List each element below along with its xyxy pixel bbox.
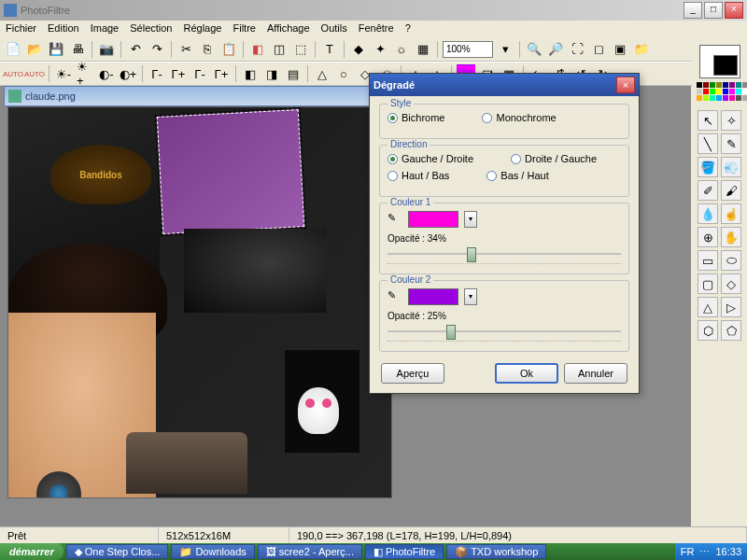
line-tool[interactable]: ╲ xyxy=(698,133,718,154)
color1-swatch[interactable] xyxy=(408,211,458,228)
menu-selection[interactable]: Sélection xyxy=(130,22,172,35)
auto-levels-icon[interactable]: AUTO xyxy=(4,64,22,83)
scroll-tool[interactable]: ✋ xyxy=(721,227,741,247)
menu-adjust[interactable]: Réglage xyxy=(184,22,222,35)
radio-rl[interactable]: Droite / Gauche xyxy=(511,153,597,164)
polygon-tool[interactable]: ⬠ xyxy=(721,320,741,341)
new-icon[interactable]: 📄 xyxy=(4,40,22,59)
zoom-actual-icon[interactable]: ◻ xyxy=(589,40,608,59)
color-palette[interactable] xyxy=(697,82,747,101)
palette-color[interactable] xyxy=(742,89,747,94)
triangle-tool[interactable]: △ xyxy=(698,297,718,317)
palette-color[interactable] xyxy=(729,89,735,94)
auto-contrast-icon[interactable]: AUTO xyxy=(25,64,44,83)
gamma-minus-icon[interactable]: Γ- xyxy=(148,64,166,83)
menu-tools[interactable]: Outils xyxy=(321,22,347,35)
task-item[interactable]: 🖼scree2 - Aperç... xyxy=(258,544,362,559)
contrast-plus-icon[interactable]: ◐+ xyxy=(119,64,137,83)
palette-color[interactable] xyxy=(723,89,728,94)
eyedropper-icon[interactable]: ✎ xyxy=(388,212,402,227)
zoom-dd-icon[interactable]: ▾ xyxy=(496,40,514,59)
radio-lr[interactable]: Gauche / Droite xyxy=(388,153,473,164)
advbrush-tool[interactable]: 🖌 xyxy=(721,180,741,201)
plugin-icon[interactable]: ◆ xyxy=(349,40,368,59)
radio-tb[interactable]: Haut / Bas xyxy=(388,170,449,181)
contrast-minus-icon[interactable]: ◐- xyxy=(97,64,116,83)
palette-color[interactable] xyxy=(736,95,741,101)
open-icon[interactable]: 📂 xyxy=(25,40,44,59)
ellipse-tool[interactable]: ⬭ xyxy=(721,250,741,271)
explore-icon[interactable]: 📁 xyxy=(632,40,651,59)
palette-color[interactable] xyxy=(703,82,709,88)
print-icon[interactable]: 🖶 xyxy=(68,40,87,59)
fullscreen-icon[interactable]: ▣ xyxy=(611,40,629,59)
palette-color[interactable] xyxy=(703,95,709,101)
palette-color[interactable] xyxy=(703,89,709,94)
menu-image[interactable]: Image xyxy=(91,22,120,35)
auto-icon[interactable]: ☼ xyxy=(392,40,411,59)
tray-icon[interactable]: ⋯ xyxy=(699,543,710,560)
gamma-plus-icon[interactable]: Γ+ xyxy=(169,64,188,83)
color2-swatch[interactable] xyxy=(408,288,458,305)
opacity2-slider[interactable] xyxy=(388,323,621,342)
cut-icon[interactable]: ✂ xyxy=(176,40,195,59)
eyedropper-icon[interactable]: ✎ xyxy=(388,289,402,304)
rgb-icon[interactable]: ◧ xyxy=(248,40,267,59)
palette-color[interactable] xyxy=(729,82,735,88)
paste-icon[interactable]: 📋 xyxy=(219,40,238,59)
preview-button[interactable]: Aperçu xyxy=(381,363,444,384)
clone-icon[interactable]: ◫ xyxy=(270,40,289,59)
bright-minus-icon[interactable]: ☀- xyxy=(54,64,73,83)
document-titlebar[interactable]: claude.png xyxy=(4,86,396,106)
zoom-select[interactable] xyxy=(443,41,493,58)
fill-tool[interactable]: 🪣 xyxy=(698,157,718,177)
radio-bichrome[interactable]: Bichrome xyxy=(388,112,444,123)
palette-color[interactable] xyxy=(710,89,715,94)
palette-color[interactable] xyxy=(697,89,702,94)
sat-plus-icon[interactable]: Γ+ xyxy=(212,64,231,83)
rect-tool[interactable]: ▭ xyxy=(698,250,718,271)
copy-icon[interactable]: ⎘ xyxy=(198,40,217,59)
palette-color[interactable] xyxy=(723,95,728,101)
opacity1-slider[interactable] xyxy=(388,245,621,264)
zoom-in-icon[interactable]: 🔎 xyxy=(546,40,565,59)
sat-minus-icon[interactable]: Γ- xyxy=(190,64,209,83)
brush-tool[interactable]: ✎ xyxy=(721,133,741,154)
maximize-button[interactable]: □ xyxy=(704,2,723,19)
menu-view[interactable]: Affichage xyxy=(267,22,310,35)
palette-color[interactable] xyxy=(697,95,702,101)
system-tray[interactable]: FR ⋯ 16:33 xyxy=(675,543,747,560)
blur-tool[interactable]: 💧 xyxy=(698,203,718,224)
nozzle-icon[interactable]: ✦ xyxy=(371,40,389,59)
scanner-icon[interactable]: 📷 xyxy=(97,40,116,59)
palette-color[interactable] xyxy=(710,95,715,101)
menu-file[interactable]: Fichier xyxy=(6,22,36,35)
task-item-active[interactable]: ◧PhotoFiltre xyxy=(365,544,444,559)
palette-color[interactable] xyxy=(736,82,741,88)
palette-color[interactable] xyxy=(742,82,747,88)
radio-monochrome[interactable]: Monochrome xyxy=(482,112,556,123)
task-item[interactable]: ◆One Step Clos... xyxy=(66,544,169,559)
save-icon[interactable]: 💾 xyxy=(47,40,65,59)
cancel-button[interactable]: Annuler xyxy=(564,363,627,384)
spray-tool[interactable]: 💨 xyxy=(721,157,741,177)
task-item[interactable]: 📦TXD workshop xyxy=(446,544,546,559)
lasso-tool[interactable]: ⬡ xyxy=(698,320,718,341)
minimize-button[interactable]: _ xyxy=(684,2,702,19)
smudge-tool[interactable]: ☝ xyxy=(721,203,741,224)
canvas[interactable]: Bandidos xyxy=(7,106,392,498)
ok-button[interactable]: Ok xyxy=(495,363,558,384)
palette-color[interactable] xyxy=(710,82,715,88)
triangle2-tool[interactable]: ▷ xyxy=(721,297,741,317)
palette-color[interactable] xyxy=(716,95,722,101)
start-button[interactable]: démarrer xyxy=(0,543,63,560)
palette-color[interactable] xyxy=(716,82,722,88)
task-item[interactable]: 📁Downloads xyxy=(171,544,254,559)
palette-color[interactable] xyxy=(697,82,702,88)
palette-color[interactable] xyxy=(723,82,728,88)
sepia-icon[interactable]: ◨ xyxy=(262,64,281,83)
menu-window[interactable]: Fenêtre xyxy=(359,22,394,35)
photo-old-icon[interactable]: ▤ xyxy=(284,64,303,83)
palette-color[interactable] xyxy=(736,89,741,94)
clone-tool[interactable]: ⊕ xyxy=(698,227,718,247)
